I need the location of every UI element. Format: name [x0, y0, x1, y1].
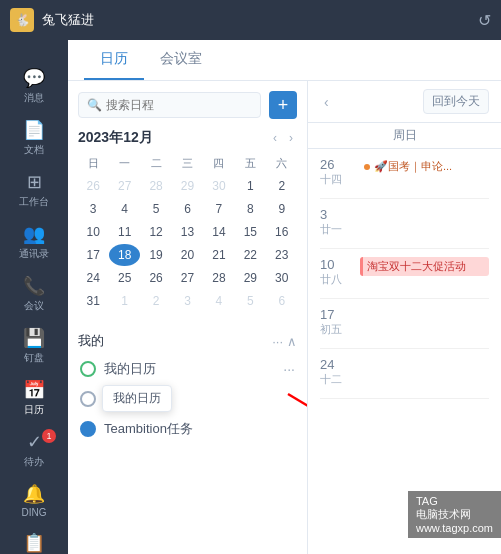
calendar-cell-7[interactable]: 3: [78, 198, 108, 220]
contacts-icon: 👥: [23, 223, 45, 245]
left-panel: 🔍 + 2023年12月 ‹ › 日 一 二: [68, 81, 308, 554]
arrow-indicator: [278, 384, 308, 437]
my-calendar-item-my-calendar[interactable]: 我的日历···我的日历: [78, 354, 297, 384]
calendar-cell-23[interactable]: 19: [141, 244, 171, 266]
calendar-cell-4[interactable]: 30: [204, 175, 234, 197]
calendar-cell-21[interactable]: 17: [78, 244, 108, 266]
search-input[interactable]: [106, 98, 252, 112]
calendar-cell-20[interactable]: 16: [267, 221, 297, 243]
calendar-cell-37[interactable]: 2: [141, 290, 171, 312]
tooltip-my-calendar: 我的日历: [102, 385, 172, 412]
calendar-cell-40[interactable]: 5: [235, 290, 265, 312]
week-date-num-4: 24: [320, 357, 356, 372]
add-event-button[interactable]: +: [269, 91, 297, 119]
calendar-cell-1[interactable]: 27: [109, 175, 139, 197]
meeting-icon: 📞: [23, 275, 45, 297]
calendar-cell-24[interactable]: 20: [172, 244, 202, 266]
week-date-sub-1: 廿一: [320, 222, 356, 237]
sidebar-item-messages[interactable]: 💬消息: [4, 61, 64, 111]
calendar-cell-10[interactable]: 6: [172, 198, 202, 220]
search-icon: 🔍: [87, 98, 102, 112]
calendar-cell-6[interactable]: 2: [267, 175, 297, 197]
calendar-cell-38[interactable]: 3: [172, 290, 202, 312]
cal-circle-my-calendar: [80, 361, 96, 377]
prev-month-button[interactable]: ‹: [269, 129, 281, 147]
my-calendar-dots-my-calendar[interactable]: ···: [283, 361, 295, 377]
sidebar-item-contacts[interactable]: 👥通讯录: [4, 217, 64, 267]
calendar-cell-27[interactable]: 23: [267, 244, 297, 266]
my-calendars-dots[interactable]: ···: [272, 334, 283, 349]
sidebar-item-todo[interactable]: ✓待办1: [4, 425, 64, 475]
calendar-cell-35[interactable]: 31: [78, 290, 108, 312]
week-date-sub-3: 初五: [320, 322, 356, 337]
tab-calendar[interactable]: 日历: [84, 40, 144, 80]
week-events-2: 淘宝双十二大促活动: [356, 257, 489, 276]
calendar-cell-26[interactable]: 22: [235, 244, 265, 266]
sidebar-item-documents[interactable]: 📄文档: [4, 113, 64, 163]
calendar-cell-39[interactable]: 4: [204, 290, 234, 312]
week-date-sub-0: 十四: [320, 172, 356, 187]
calendar-cell-0[interactable]: 26: [78, 175, 108, 197]
calendar-cell-16[interactable]: 12: [141, 221, 171, 243]
my-calendars-collapse[interactable]: ∧: [287, 334, 297, 349]
prev-week-button[interactable]: ‹: [320, 92, 333, 112]
sidebar-item-calendar[interactable]: 📅日历: [4, 373, 64, 423]
calendar-cell-28[interactable]: 24: [78, 267, 108, 289]
week-date-sub-2: 廿八: [320, 272, 356, 287]
calendar-cell-13[interactable]: 9: [267, 198, 297, 220]
my-calendars-title-area: 我的: [78, 332, 104, 350]
calendar-cell-31[interactable]: 27: [172, 267, 202, 289]
my-calendar-item-teambition[interactable]: Teambition任务: [78, 414, 297, 444]
calendar-cell-9[interactable]: 5: [141, 198, 171, 220]
calendar-cell-34[interactable]: 30: [267, 267, 297, 289]
calendar-cell-33[interactable]: 29: [235, 267, 265, 289]
week-row-0: 26 十四 🚀国考｜申论...: [320, 149, 489, 199]
calendar-cell-2[interactable]: 28: [141, 175, 171, 197]
sidebar-item-project[interactable]: 📋项目: [4, 526, 64, 554]
calendar-cell-17[interactable]: 13: [172, 221, 202, 243]
event-item[interactable]: 淘宝双十二大促活动: [360, 257, 489, 276]
sidebar-item-meeting[interactable]: 📞会议: [4, 269, 64, 319]
back-today-button[interactable]: 回到今天: [423, 89, 489, 114]
search-input-wrap: 🔍: [78, 92, 261, 118]
calendar-cell-19[interactable]: 15: [235, 221, 265, 243]
sidebar-item-ding[interactable]: 🔔DING: [4, 477, 64, 524]
watermark-tag: TAG: [416, 495, 438, 507]
sidebar-item-disk[interactable]: 💾钉盘: [4, 321, 64, 371]
calendar-cell-8[interactable]: 4: [109, 198, 139, 220]
event-item[interactable]: 🚀国考｜申论...: [360, 157, 489, 176]
calendar-cell-3[interactable]: 29: [172, 175, 202, 197]
app-title: 兔飞猛进: [42, 11, 94, 29]
week-date-num-3: 17: [320, 307, 356, 322]
title-bar: 🐇 兔飞猛进 ↺: [0, 0, 501, 40]
disk-icon: 💾: [23, 327, 45, 349]
next-month-button[interactable]: ›: [285, 129, 297, 147]
calendar-cell-30[interactable]: 26: [141, 267, 171, 289]
calendar-cell-41[interactable]: 6: [267, 290, 297, 312]
mini-calendar: 2023年12月 ‹ › 日 一 二 三 四 五 六 262728293: [78, 129, 297, 312]
calendar-icon: 📅: [23, 379, 45, 401]
week-date-cell-2: 10 廿八: [320, 257, 356, 287]
sidebar-item-workbench[interactable]: ⊞工作台: [4, 165, 64, 215]
calendar-cell-25[interactable]: 21: [204, 244, 234, 266]
cal-circle-teambition: [80, 421, 96, 437]
badge-todo: 1: [42, 429, 56, 443]
calendar-cell-11[interactable]: 7: [204, 198, 234, 220]
calendar-cell-12[interactable]: 8: [235, 198, 265, 220]
week-date-cell-4: 24 十二: [320, 357, 356, 387]
my-calendars-title: 我的: [78, 332, 104, 350]
calendar-cell-14[interactable]: 10: [78, 221, 108, 243]
calendar-cell-22[interactable]: 18: [109, 244, 139, 266]
calendar-cell-5[interactable]: 1: [235, 175, 265, 197]
calendar-cell-18[interactable]: 14: [204, 221, 234, 243]
calendar-cell-15[interactable]: 11: [109, 221, 139, 243]
watermark: TAG 电脑技术网 www.tagxp.com: [408, 491, 501, 538]
calendar-cell-29[interactable]: 25: [109, 267, 139, 289]
week-row-1: 3 廿一: [320, 199, 489, 249]
calendar-cell-36[interactable]: 1: [109, 290, 139, 312]
messages-icon: 💬: [23, 67, 45, 89]
tab-meeting-room[interactable]: 会议室: [144, 40, 218, 80]
my-calendars-actions: ··· ∧: [272, 334, 297, 349]
calendar-cell-32[interactable]: 28: [204, 267, 234, 289]
history-icon[interactable]: ↺: [478, 11, 491, 30]
